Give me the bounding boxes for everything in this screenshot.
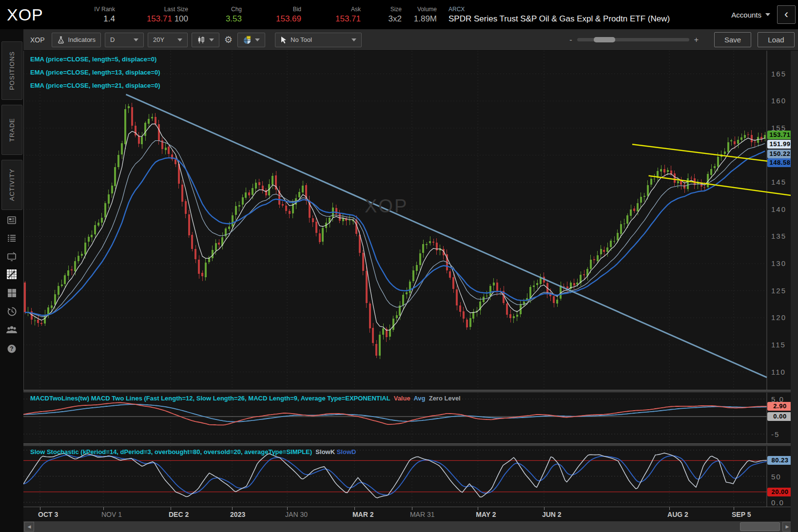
stochastic-pane[interactable]: Slow Stochastic (kPeriod=14, dPeriod=3, … <box>23 446 798 507</box>
candle-body <box>573 283 575 285</box>
candle-body <box>108 194 110 204</box>
macd-value-badge: 2.90 <box>767 402 793 411</box>
price-chart-canvas[interactable] <box>23 51 798 390</box>
candle-body <box>754 142 756 143</box>
stat-volume: Volume 1.89M <box>407 5 442 24</box>
sidebar-tab-positions[interactable]: POSITIONS <box>1 41 22 100</box>
candle-body <box>252 188 253 195</box>
tv-icon[interactable] <box>5 249 19 263</box>
sidebar-tab-activity[interactable]: ACTIVITY <box>1 160 22 210</box>
scroll-left-button[interactable]: ◀ <box>24 522 34 532</box>
sidebar-tab-trade[interactable]: TRADE <box>1 105 22 155</box>
zoom-slider-thumb[interactable] <box>594 37 615 42</box>
load-button[interactable]: Load <box>758 32 795 47</box>
zoom-in-button[interactable]: + <box>689 36 703 44</box>
time-label-mar-31: MAR 31 <box>410 511 435 518</box>
candle-body <box>466 320 468 328</box>
people-icon[interactable] <box>5 323 19 337</box>
price-pane[interactable]: XOP EMA (price=CLOSE, length=5, displace… <box>23 51 798 390</box>
help-icon[interactable]: ? <box>5 342 19 356</box>
drawing-tool-dropdown[interactable]: No Tool <box>275 33 362 47</box>
candle-body <box>315 222 317 233</box>
candle-body <box>382 328 384 335</box>
news-icon[interactable] <box>5 213 19 227</box>
macd-zero-badge: 0.00 <box>767 412 793 421</box>
range-dropdown[interactable]: 20Y <box>148 33 188 47</box>
price-badge-150.22: 150.22 <box>767 150 793 158</box>
candle-body <box>71 269 73 270</box>
indicators-button[interactable]: Indicators <box>52 33 101 47</box>
stat-chg: Chg 3.53 <box>193 5 247 24</box>
candle-body <box>144 123 146 136</box>
candle-body <box>650 179 652 185</box>
candle-body <box>653 179 655 179</box>
collapse-panel-button[interactable]: ‹ <box>777 5 796 24</box>
candle-body <box>747 134 749 135</box>
candle-body <box>235 206 237 215</box>
candle-body <box>188 214 190 235</box>
watchlist-icon[interactable] <box>5 231 19 245</box>
scrollbar-thumb[interactable] <box>740 522 780 531</box>
candle-body <box>181 185 183 202</box>
price-tick-145: 145 <box>771 178 786 186</box>
candle-body <box>94 225 96 234</box>
time-label-aug-2: AUG 2 <box>667 511 688 518</box>
time-label-2023: 2023 <box>230 511 245 518</box>
charts-icon-selected[interactable] <box>5 267 19 281</box>
chevron-down-icon <box>134 38 138 41</box>
candle-body <box>54 294 56 305</box>
macd-study-label: MACDTwoLines(tw) MACD Two Lines (Fast Le… <box>30 395 461 402</box>
zoom-out-button[interactable]: - <box>564 36 577 44</box>
candle-body <box>680 181 682 184</box>
chart-type-dropdown[interactable] <box>192 33 219 47</box>
zoom-slider[interactable] <box>577 38 689 41</box>
candle-body <box>590 260 592 269</box>
settings-gear-icon[interactable]: ⚙ <box>224 34 233 45</box>
horizontal-scrollbar[interactable]: ◀ ▶ <box>23 521 798 532</box>
candle-body <box>282 204 284 206</box>
candle-body <box>248 192 250 195</box>
candle-body <box>469 318 471 327</box>
candle-body <box>258 182 260 185</box>
grid-layout-icon[interactable] <box>5 286 19 300</box>
price-tick-125: 125 <box>771 286 786 295</box>
stochastic-study-label: Slow Stochastic (kPeriod=14, dPeriod=3, … <box>30 448 356 456</box>
candle-body <box>111 186 113 193</box>
stat-bid: Bid 153.69 <box>247 5 306 24</box>
candle-body <box>483 297 485 302</box>
candle-body <box>255 183 257 189</box>
price-tick-140: 140 <box>771 205 786 213</box>
candle-body <box>620 224 622 233</box>
candle-body <box>429 241 431 244</box>
candle-body <box>61 285 63 286</box>
candle-body <box>751 135 753 142</box>
candle-body <box>459 305 461 312</box>
candle-body <box>412 270 414 281</box>
candle-body <box>432 242 434 243</box>
candle-body <box>58 286 59 295</box>
study-labels-ema: EMA (price=CLOSE, length=5, displace=0) … <box>30 53 160 92</box>
candle-body <box>47 307 49 314</box>
candle-body <box>422 244 424 252</box>
candle-body <box>131 107 133 126</box>
candle-body <box>91 235 93 237</box>
history-icon[interactable] <box>5 304 19 318</box>
ema5-label: EMA (price=CLOSE, length=5, displace=0) <box>30 53 160 66</box>
timeframe-dropdown[interactable]: D <box>105 33 144 47</box>
candle-body <box>40 323 42 323</box>
stat-ask: Ask 153.71 <box>306 5 366 24</box>
time-label-may-2: MAY 2 <box>476 511 496 518</box>
candle-body <box>529 287 531 298</box>
accounts-dropdown[interactable]: Accounts <box>731 11 770 19</box>
macd-pane[interactable]: MACDTwoLines(tw) MACD Two Lines (Fast Le… <box>23 393 798 443</box>
save-button[interactable]: Save <box>714 32 751 47</box>
candle-body <box>737 140 739 144</box>
candle-body <box>349 220 350 221</box>
time-label-nov-1: NOV 1 <box>101 511 122 518</box>
candle-body <box>88 237 90 242</box>
flexible-grid-dropdown[interactable] <box>237 33 265 47</box>
stoch-tick-0.0: 0.0 <box>771 498 784 507</box>
time-axis: OCT 3NOV 1DEC 22023JAN 30MAR 2MAR 31MAY … <box>23 507 798 519</box>
macd-avg-line <box>23 404 767 422</box>
chevron-down-icon <box>255 38 260 41</box>
